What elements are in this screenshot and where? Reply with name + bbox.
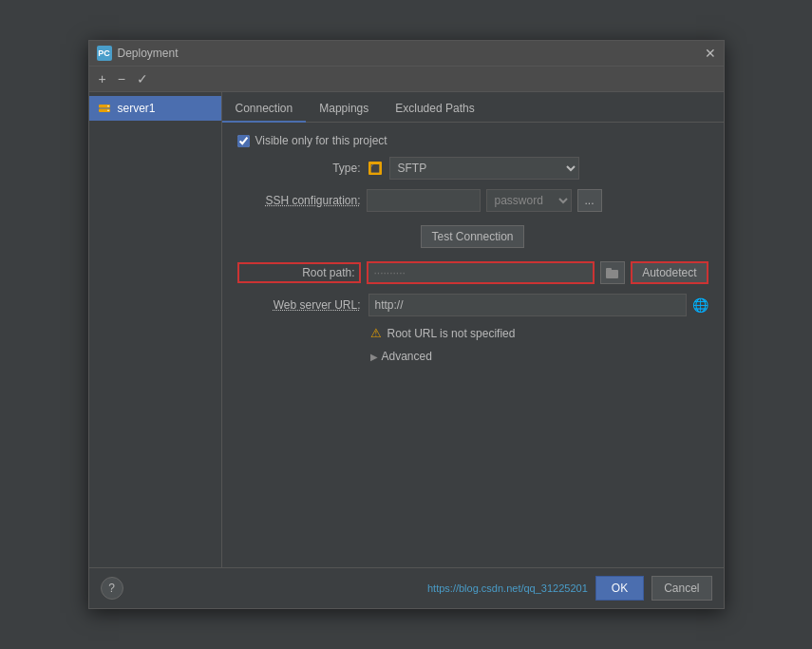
svg-rect-4: [606, 270, 618, 278]
type-select[interactable]: SFTP FTP FTPS: [389, 157, 579, 180]
warning-row: ⚠ Root URL is not specified: [237, 326, 708, 340]
title-bar-left: PC Deployment: [97, 46, 179, 61]
add-button[interactable]: +: [95, 69, 110, 88]
svg-point-2: [107, 105, 109, 107]
close-button[interactable]: ✕: [705, 47, 716, 60]
bottom-bar: ? https://blog.csdn.net/qq_31225201 OK C…: [89, 567, 724, 608]
remove-button[interactable]: −: [114, 69, 129, 88]
tabs: Connection Mappings Excluded Paths: [222, 92, 724, 123]
svg-point-3: [107, 109, 109, 111]
web-server-url-label: Web server URL:: [237, 298, 361, 312]
root-path-input[interactable]: [367, 261, 595, 284]
visible-checkbox-label: Visible only for this project: [255, 134, 387, 147]
sidebar: server1: [89, 92, 222, 567]
test-connection-row: Test Connection: [237, 221, 708, 252]
tab-mappings[interactable]: Mappings: [306, 96, 382, 123]
type-label: Type:: [237, 162, 361, 175]
sftp-icon: ⬛: [368, 162, 382, 175]
app-icon: PC: [97, 46, 112, 61]
svg-rect-5: [606, 268, 612, 271]
check-button[interactable]: ✓: [133, 69, 152, 88]
deployment-dialog: PC Deployment ✕ + − ✓ server1: [88, 40, 725, 609]
server-icon: [97, 101, 112, 116]
web-server-url-row: Web server URL: 🌐: [237, 294, 708, 316]
root-path-label: Root path:: [237, 262, 361, 283]
type-row: Type: ⬛ SFTP FTP FTPS: [237, 157, 708, 180]
help-button[interactable]: ?: [101, 577, 123, 600]
title-bar: PC Deployment ✕: [89, 41, 724, 67]
web-server-url-input[interactable]: [368, 294, 687, 316]
main-content: server1 Connection Mappings Excluded Pat…: [89, 92, 724, 567]
cancel-button[interactable]: Cancel: [651, 576, 711, 601]
ssh-config-more-button[interactable]: ...: [577, 189, 602, 212]
chevron-right-icon: ▶: [370, 352, 378, 362]
advanced-row[interactable]: ▶ Advanced: [237, 350, 708, 363]
status-link[interactable]: https://blog.csdn.net/qq_31225201: [427, 582, 588, 594]
open-url-button[interactable]: 🌐: [692, 297, 708, 313]
toolbar: + − ✓: [89, 67, 724, 92]
ssh-config-input[interactable]: [367, 189, 481, 212]
warning-icon: ⚠: [370, 326, 382, 340]
sidebar-item-server1[interactable]: server1: [89, 96, 221, 121]
ssh-config-select[interactable]: password: [486, 189, 572, 212]
tab-connection[interactable]: Connection: [222, 96, 307, 123]
browse-folder-button[interactable]: [600, 261, 625, 284]
ssh-config-row: SSH configuration: password ...: [237, 189, 708, 212]
visible-checkbox[interactable]: [237, 135, 250, 147]
root-path-row: Root path: Autodetect: [237, 261, 708, 284]
dialog-title: Deployment: [118, 47, 179, 60]
bottom-right: https://blog.csdn.net/qq_31225201 OK Can…: [427, 576, 712, 601]
test-connection-button[interactable]: Test Connection: [421, 225, 523, 248]
tab-excluded-paths[interactable]: Excluded Paths: [382, 96, 487, 123]
advanced-label: Advanced: [382, 350, 432, 363]
ok-button[interactable]: OK: [595, 576, 644, 601]
sidebar-item-label: server1: [118, 102, 156, 115]
autodetect-button[interactable]: Autodetect: [631, 261, 708, 284]
ssh-config-label: SSH configuration:: [237, 194, 361, 207]
visible-checkbox-row: Visible only for this project: [237, 134, 708, 147]
content-area: Connection Mappings Excluded Paths Visib…: [222, 92, 724, 567]
warning-text: Root URL is not specified: [387, 327, 516, 340]
form-area: Visible only for this project Type: ⬛ SF…: [222, 123, 724, 374]
